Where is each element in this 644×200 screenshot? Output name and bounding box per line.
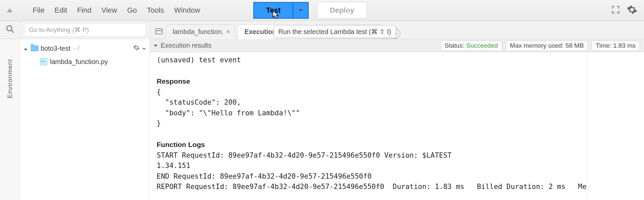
- main-row: Environment boto3-test - / lambda_functi…: [0, 39, 644, 200]
- chevron-down-icon[interactable]: [154, 45, 157, 47]
- memory-pill: Max memory used: 58 MB: [506, 40, 588, 51]
- folder-icon: [31, 45, 39, 51]
- search-icon[interactable]: [6, 25, 14, 35]
- status-pill: Status: Succeeded: [440, 40, 502, 51]
- gear-icon[interactable]: [133, 44, 146, 53]
- file-tree: boto3-test - / lambda_function.py: [20, 39, 150, 200]
- close-icon[interactable]: ✕: [226, 29, 230, 35]
- folder-suffix: - /: [74, 45, 80, 52]
- menubar-collapse-icon[interactable]: [7, 7, 13, 14]
- test-button-tooltip: Run the selected Lambda test (⌘ ⇧ I): [273, 25, 396, 38]
- menu-file[interactable]: File: [33, 6, 44, 15]
- svg-rect-3: [156, 29, 162, 34]
- tree-folder-row[interactable]: boto3-test - /: [20, 42, 150, 55]
- file-name: lambda_function.py: [50, 58, 108, 66]
- menu-edit[interactable]: Edit: [54, 6, 67, 15]
- execution-results-body[interactable]: (unsaved) test event Response { "statusC…: [150, 52, 644, 200]
- tab-lambda-function[interactable]: lambda_function. ✕: [166, 24, 235, 39]
- menu-window[interactable]: Window: [174, 6, 200, 15]
- environment-rail-label: Environment: [6, 59, 14, 98]
- search-input[interactable]: [24, 23, 146, 37]
- outline-icon[interactable]: [152, 24, 166, 39]
- execution-gutter: [587, 52, 644, 200]
- test-button[interactable]: Test: [253, 2, 293, 19]
- execution-results-title: Execution results: [161, 42, 211, 49]
- editor-pane: Execution results Status: Succeeded Max …: [150, 39, 644, 200]
- chevron-down-icon: [299, 9, 303, 12]
- environment-rail[interactable]: Environment: [0, 39, 20, 200]
- tabs: lambda_function. ✕ Execution results ✕ E…: [150, 21, 644, 39]
- search-rail-icon-wrap: [0, 21, 20, 39]
- menu-find[interactable]: Find: [77, 6, 91, 15]
- fullscreen-icon[interactable]: [611, 5, 620, 16]
- test-dropdown-button[interactable]: [293, 2, 309, 19]
- tree-file-row[interactable]: lambda_function.py: [20, 55, 150, 68]
- menubar: File Edit Find View Go Tools Window Test…: [0, 0, 644, 21]
- test-button-group: Test: [253, 2, 309, 19]
- svg-point-1: [7, 26, 12, 31]
- folder-name: boto3-test: [41, 45, 70, 52]
- svg-marker-0: [7, 8, 13, 12]
- time-pill: Time: 1.83 ms: [591, 40, 640, 51]
- chevron-down-icon: [24, 45, 29, 52]
- svg-line-2: [11, 30, 14, 33]
- deploy-button[interactable]: Deploy: [317, 2, 367, 19]
- menu-go[interactable]: Go: [127, 6, 137, 15]
- menu-tools[interactable]: Tools: [147, 6, 164, 15]
- tab-label: lambda_function.: [173, 28, 223, 36]
- python-file-icon: [40, 58, 47, 65]
- menu-view[interactable]: View: [101, 6, 117, 15]
- execution-results-header: Execution results Status: Succeeded Max …: [150, 39, 644, 52]
- gear-icon[interactable]: [627, 4, 637, 17]
